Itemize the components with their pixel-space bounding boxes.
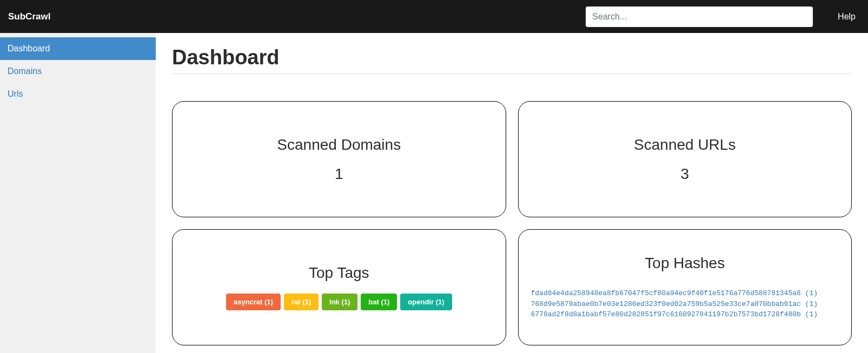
search-input[interactable] [586, 6, 813, 27]
hashes-list: fdad84e4da258948ea8fb67047f5cf80a94ec9f4… [527, 288, 844, 320]
navbar: SubCrawl Help [0, 0, 868, 33]
scanned-domains-card: Scanned Domains 1 [172, 101, 506, 217]
scanned-domains-title: Scanned Domains [277, 136, 401, 154]
scanned-urls-card: Scanned URLs 3 [518, 101, 852, 217]
tag-badge[interactable]: opendir (1) [400, 294, 452, 310]
tag-badge[interactable]: lnk (1) [322, 294, 357, 310]
page-title: Dashboard [172, 46, 852, 74]
top-hashes-title: Top Hashes [645, 255, 725, 272]
sidebar-item-dashboard[interactable]: Dashboard [0, 37, 156, 60]
sidebar-item-urls[interactable]: Urls [0, 83, 156, 105]
hash-link[interactable]: 768d9e5879abae0b7e03e1286ed323f0ed02a759… [531, 299, 839, 310]
scanned-urls-title: Scanned URLs [634, 136, 736, 154]
hash-link[interactable]: 6778ad2f8d8a1babf57e80d282851f97c6160927… [531, 309, 839, 320]
sidebar: Dashboard Domains Urls [0, 33, 156, 353]
scanned-urls-value: 3 [680, 165, 689, 183]
top-hashes-card: Top Hashes fdad84e4da258948ea8fb67047f5c… [518, 229, 852, 345]
top-tags-title: Top Tags [309, 264, 369, 282]
tag-badge[interactable]: bat (1) [361, 294, 397, 310]
tag-badge[interactable]: asyncrat (1) [226, 294, 281, 310]
hash-link[interactable]: fdad84e4da258948ea8fb67047f5cf80a94ec9f4… [531, 288, 839, 299]
tags-row: asyncrat (1) rat (1) lnk (1) bat (1) ope… [226, 294, 452, 310]
help-link[interactable]: Help [833, 12, 860, 22]
brand-logo[interactable]: SubCrawl [8, 11, 50, 22]
tag-badge[interactable]: rat (1) [284, 294, 319, 310]
sidebar-item-domains[interactable]: Domains [0, 60, 156, 83]
top-tags-card: Top Tags asyncrat (1) rat (1) lnk (1) ba… [172, 229, 506, 345]
main-content: Dashboard Scanned Domains 1 Scanned URLs… [156, 33, 868, 353]
scanned-domains-value: 1 [335, 165, 343, 183]
